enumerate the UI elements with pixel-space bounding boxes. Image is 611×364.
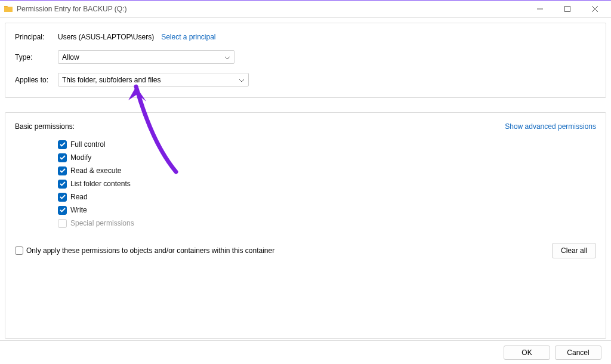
type-row: Type: Allow xyxy=(15,50,596,64)
checkbox-write[interactable] xyxy=(58,206,67,215)
permission-label: Read & execute xyxy=(70,166,121,175)
folder-icon xyxy=(4,4,13,14)
type-label: Type: xyxy=(15,53,58,61)
checkbox-read-execute[interactable] xyxy=(58,166,67,175)
clear-all-button[interactable]: Clear all xyxy=(552,243,596,258)
permission-special: Special permissions xyxy=(58,217,596,230)
permission-label: Write xyxy=(70,206,87,214)
ok-button[interactable]: OK xyxy=(504,346,550,360)
applies-to-combobox[interactable]: This folder, subfolders and files xyxy=(58,73,249,87)
checkbox-special xyxy=(58,219,67,228)
permission-label: Special permissions xyxy=(70,219,134,227)
permission-write: Write xyxy=(58,203,596,217)
show-advanced-link[interactable]: Show advanced permissions xyxy=(505,122,596,131)
checkbox-only-apply[interactable] xyxy=(15,246,23,255)
maximize-button[interactable] xyxy=(554,0,581,18)
applies-to-label: Applies to: xyxy=(15,76,58,84)
minimize-button[interactable] xyxy=(526,0,554,18)
svg-rect-0 xyxy=(565,7,570,12)
principal-panel: Principal: Users (ASUS-LAPTOP\Users) Sel… xyxy=(5,23,606,98)
only-apply-row: Only apply these permissions to objects … xyxy=(15,243,596,258)
footer: OK Cancel xyxy=(0,340,611,364)
basic-permissions-heading: Basic permissions: xyxy=(15,122,75,131)
basic-permissions-panel: Basic permissions: Show advanced permiss… xyxy=(5,112,606,339)
permission-label: Read xyxy=(70,193,88,201)
titlebar: Permission Entry for BACKUP (Q:) xyxy=(0,0,611,18)
checkbox-modify[interactable] xyxy=(58,153,67,162)
select-principal-link[interactable]: Select a principal xyxy=(161,33,215,41)
window-title: Permission Entry for BACKUP (Q:) xyxy=(17,5,526,13)
chevron-down-icon xyxy=(224,53,230,61)
permission-full-control: Full control xyxy=(58,138,596,151)
permissions-list: Full control Modify Read & execute List … xyxy=(58,138,596,230)
permission-label: Modify xyxy=(70,153,91,162)
only-apply-label: Only apply these permissions to objects … xyxy=(26,246,274,255)
applies-to-selected: This folder, subfolders and files xyxy=(62,76,161,84)
chevron-down-icon xyxy=(239,76,245,84)
applies-to-row: Applies to: This folder, subfolders and … xyxy=(15,73,596,87)
permission-list-contents: List folder contents xyxy=(58,177,596,190)
basic-header: Basic permissions: Show advanced permiss… xyxy=(15,122,596,131)
principal-label: Principal: xyxy=(15,33,58,41)
content-area: Principal: Users (ASUS-LAPTOP\Users) Sel… xyxy=(0,18,611,339)
checkbox-full-control[interactable] xyxy=(58,140,67,149)
close-button[interactable] xyxy=(581,0,609,18)
permission-modify: Modify xyxy=(58,151,596,164)
permission-read-execute: Read & execute xyxy=(58,164,596,177)
type-combobox[interactable]: Allow xyxy=(58,50,234,64)
permission-label: Full control xyxy=(70,140,106,149)
cancel-button[interactable]: Cancel xyxy=(555,346,601,360)
type-selected: Allow xyxy=(62,53,79,61)
permission-label: List folder contents xyxy=(70,180,131,188)
checkbox-read[interactable] xyxy=(58,193,67,202)
permission-read: Read xyxy=(58,190,596,203)
principal-row: Principal: Users (ASUS-LAPTOP\Users) Sel… xyxy=(15,33,596,41)
principal-value: Users (ASUS-LAPTOP\Users) xyxy=(58,33,154,41)
checkbox-list-contents[interactable] xyxy=(58,180,67,189)
